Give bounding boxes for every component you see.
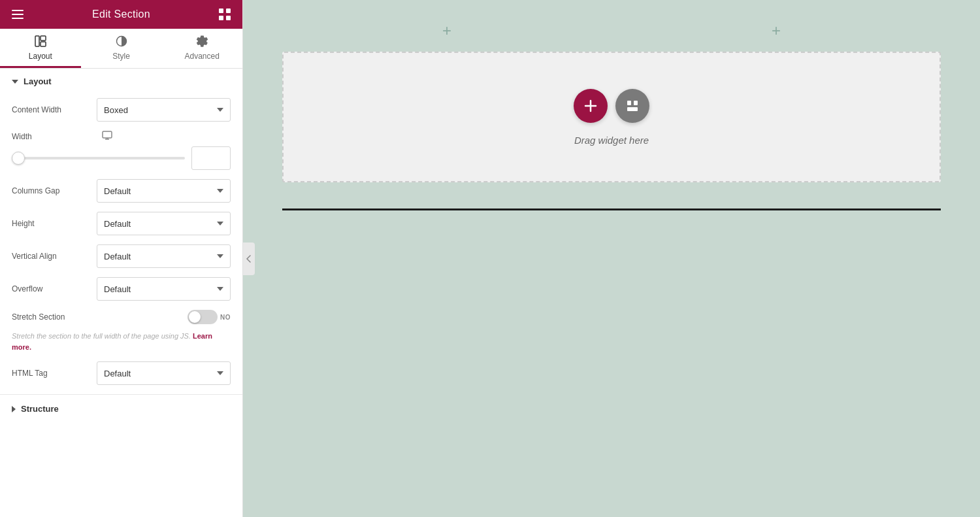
add-widget-button[interactable]: [574, 89, 608, 123]
toggle-no-label: NO: [220, 314, 231, 321]
columns-gap-label: Columns Gap: [12, 186, 97, 195]
layout-collapse-icon: [12, 80, 18, 84]
content-width-label: Content Width: [12, 105, 97, 114]
stretch-description: Stretch the section to the full width of…: [12, 331, 231, 352]
content-width-select[interactable]: Boxed Full Width: [97, 98, 231, 122]
layout-group: Layout Content Width Boxed Full Width: [0, 69, 242, 385]
tab-advanced-label: Advanced: [184, 52, 219, 61]
html-tag-label: HTML Tag: [12, 369, 97, 378]
add-section-top-right[interactable]: +: [772, 23, 781, 39]
canvas-plus-row: + +: [243, 0, 980, 52]
svg-rect-8: [41, 36, 46, 41]
vertical-align-select[interactable]: Default Top Middle Bottom: [97, 244, 231, 268]
layout-section-title: Layout: [24, 76, 52, 86]
structure-section-header[interactable]: Structure: [12, 404, 231, 414]
svg-rect-4: [226, 8, 231, 13]
height-select[interactable]: Default Fit To Screen Min Height: [97, 212, 231, 235]
section-canvas: Drag widget here: [282, 52, 941, 182]
svg-rect-7: [35, 36, 39, 46]
tab-style-label: Style: [112, 52, 130, 61]
tab-style[interactable]: Style: [81, 29, 162, 68]
vertical-align-label: Vertical Align: [12, 252, 97, 261]
sidebar-content: Layout Content Width Boxed Full Width: [0, 69, 242, 517]
collapse-handle[interactable]: [243, 242, 255, 275]
svg-rect-0: [12, 10, 24, 11]
html-tag-select[interactable]: Default header footer main article secti…: [97, 361, 231, 385]
width-slider-track[interactable]: [12, 157, 185, 159]
sidebar-header: Edit Section: [0, 0, 242, 29]
html-tag-row: HTML Tag Default header footer main arti…: [12, 361, 231, 385]
svg-rect-1: [12, 14, 24, 15]
grid-icon[interactable]: [219, 8, 231, 20]
width-slider-thumb[interactable]: [12, 152, 25, 165]
svg-rect-17: [634, 101, 638, 105]
overflow-select[interactable]: Default Hidden: [97, 277, 231, 301]
stretch-section-row: Stretch Section NO: [12, 310, 231, 324]
svg-rect-16: [627, 101, 631, 105]
sidebar-panel: Edit Section L: [0, 0, 243, 517]
canvas-bottom-line: [282, 208, 941, 210]
stretch-section-toggle[interactable]: [188, 310, 218, 324]
width-input[interactable]: [191, 146, 231, 170]
svg-rect-2: [12, 18, 24, 19]
stretch-section-label: Stretch Section: [12, 312, 65, 322]
toggle-knob: [189, 311, 201, 323]
monitor-icon: [102, 131, 112, 142]
overflow-label: Overflow: [12, 284, 97, 293]
overflow-control: Default Hidden: [97, 277, 231, 301]
svg-rect-5: [219, 16, 223, 20]
columns-gap-control: Default No Gap Narrow Extended Wide Wide…: [97, 179, 231, 203]
drag-widget-label: Drag widget here: [574, 135, 649, 146]
canvas-area: + + Drag widget here: [243, 0, 980, 517]
columns-gap-row: Columns Gap Default No Gap Narrow Extend…: [12, 179, 231, 203]
content-width-row: Content Width Boxed Full Width: [12, 98, 231, 122]
content-width-control: Boxed Full Width: [97, 98, 231, 122]
height-row: Height Default Fit To Screen Min Height: [12, 212, 231, 235]
vertical-align-control: Default Top Middle Bottom: [97, 244, 231, 268]
section-action-buttons: [574, 89, 649, 123]
structure-section-title: Structure: [21, 404, 59, 414]
svg-rect-9: [41, 42, 46, 46]
tabs-bar: Layout Style Advanced: [0, 29, 242, 69]
width-slider-row: [12, 146, 231, 170]
style-icon: [116, 35, 127, 49]
page-title: Edit Section: [92, 8, 150, 20]
stretch-section-control: NO: [188, 310, 231, 324]
hamburger-icon[interactable]: [12, 10, 24, 19]
width-label: Width: [12, 132, 97, 141]
tab-layout[interactable]: Layout: [0, 29, 81, 68]
svg-rect-11: [103, 131, 112, 138]
svg-rect-3: [219, 8, 223, 13]
columns-gap-select[interactable]: Default No Gap Narrow Extended Wide Wide…: [97, 179, 231, 203]
svg-rect-6: [226, 16, 231, 20]
structure-group: Structure: [0, 394, 242, 414]
vertical-align-row: Vertical Align Default Top Middle Bottom: [12, 244, 231, 268]
add-section-top-left[interactable]: +: [442, 23, 451, 39]
overflow-row: Overflow Default Hidden: [12, 277, 231, 301]
tab-layout-label: Layout: [29, 52, 52, 61]
layout-icon: [35, 35, 46, 49]
html-tag-control: Default header footer main article secti…: [97, 361, 231, 385]
height-label: Height: [12, 219, 97, 228]
gear-icon: [196, 35, 208, 49]
tab-advanced[interactable]: Advanced: [161, 29, 242, 68]
svg-rect-18: [627, 107, 638, 111]
layout-section-header[interactable]: Layout: [12, 76, 231, 86]
add-template-button[interactable]: [615, 89, 649, 123]
width-row: Width: [12, 131, 231, 142]
structure-collapse-icon: [12, 406, 16, 412]
height-control: Default Fit To Screen Min Height: [97, 212, 231, 235]
